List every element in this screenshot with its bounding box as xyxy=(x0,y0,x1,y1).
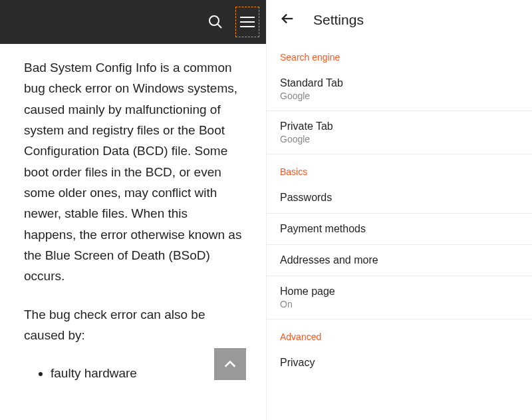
item-subtitle: Google xyxy=(280,134,519,144)
item-title: Payment methods xyxy=(280,223,519,235)
item-title: Addresses and more xyxy=(280,254,519,266)
settings-item-standard-tab[interactable]: Standard Tab Google xyxy=(267,68,532,111)
article-header xyxy=(0,0,266,44)
menu-button-highlighted[interactable] xyxy=(235,7,259,37)
section-label-search-engine: Search engine xyxy=(267,40,532,68)
settings-item-addresses[interactable]: Addresses and more xyxy=(267,245,532,276)
article-list: faulty hardware xyxy=(24,363,242,383)
settings-item-private-tab[interactable]: Private Tab Google xyxy=(267,111,532,154)
svg-line-1 xyxy=(217,24,221,28)
settings-title: Settings xyxy=(313,12,364,28)
search-icon[interactable] xyxy=(207,14,223,30)
section-label-advanced: Advanced xyxy=(267,319,532,347)
section-label-basics: Basics xyxy=(267,154,532,182)
item-subtitle: Google xyxy=(280,91,519,101)
hamburger-icon xyxy=(240,17,255,27)
arrow-left-icon xyxy=(280,11,295,26)
scroll-to-top-button[interactable] xyxy=(214,348,246,380)
article-body: Bad System Config Info is a common bug c… xyxy=(0,44,266,384)
settings-item-homepage[interactable]: Home page On xyxy=(267,276,532,319)
settings-item-privacy[interactable]: Privacy xyxy=(267,347,532,378)
article-pane: Bad System Config Info is a common bug c… xyxy=(0,0,266,420)
list-item: faulty hardware xyxy=(51,363,242,383)
item-title: Standard Tab xyxy=(280,77,519,89)
item-subtitle: On xyxy=(280,299,519,310)
item-title: Privacy xyxy=(280,357,519,369)
settings-pane: Settings Search engine Standard Tab Goog… xyxy=(266,0,532,420)
settings-header: Settings xyxy=(267,0,532,40)
item-title: Home page xyxy=(280,286,519,298)
chevron-up-icon xyxy=(223,357,237,371)
svg-point-0 xyxy=(209,16,219,25)
item-title: Passwords xyxy=(280,192,519,204)
settings-item-payment[interactable]: Payment methods xyxy=(267,214,532,245)
article-paragraph: Bad System Config Info is a common bug c… xyxy=(24,57,242,287)
settings-item-passwords[interactable]: Passwords xyxy=(267,182,532,214)
article-paragraph: The bug check error can also be caused b… xyxy=(24,304,242,346)
back-button[interactable] xyxy=(280,11,295,29)
item-title: Private Tab xyxy=(280,120,519,132)
